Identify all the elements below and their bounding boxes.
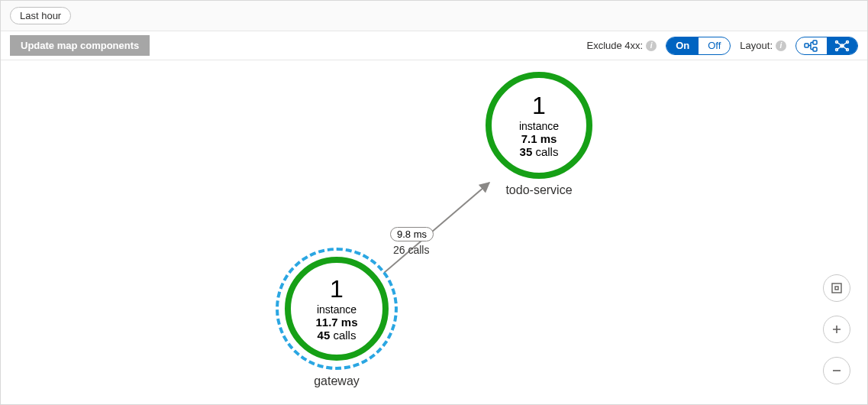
layout-toggle[interactable] — [795, 37, 858, 55]
zoom-in-button[interactable] — [823, 316, 850, 343]
node-gateway[interactable]: 1 instance 11.7 ms 45 calls gateway — [272, 248, 402, 388]
node-calls-num: 35 — [520, 145, 533, 158]
edge-arrow — [1, 60, 868, 405]
svg-rect-10 — [835, 287, 838, 290]
svg-rect-1 — [813, 40, 817, 44]
exclude-4xx-label: Exclude 4xx: i — [586, 40, 657, 51]
svg-rect-0 — [805, 44, 808, 47]
node-calls: 35 calls — [520, 145, 559, 158]
svg-rect-2 — [813, 47, 817, 51]
node-latency: 11.7 ms — [315, 316, 357, 329]
node-calls-word: calls — [333, 329, 356, 342]
node-instance-word: instance — [317, 303, 357, 316]
update-map-components-label: Update map components — [21, 40, 139, 51]
plus-icon — [831, 323, 843, 335]
layout-hierarchical-button[interactable] — [796, 37, 827, 54]
exclude-on-label: On — [676, 40, 689, 51]
fit-to-screen-icon — [831, 282, 843, 294]
node-latency: 7.1 ms — [521, 132, 557, 145]
node-calls: 45 calls — [318, 329, 357, 342]
layout-text: Layout: — [740, 40, 773, 51]
exclude-4xx-text: Exclude 4xx: — [586, 40, 643, 51]
time-range-bar: Last hour — [1, 1, 867, 31]
exclude-off-label: Off — [708, 40, 721, 51]
node-todo-service[interactable]: 1 instance 7.1 ms 35 calls todo-service — [474, 72, 604, 197]
node-instance-word: instance — [519, 120, 559, 132]
node-instance-count: 1 — [330, 275, 344, 303]
map-toolbar: Update map components Exclude 4xx: i On … — [1, 31, 867, 60]
hierarchical-layout-icon — [804, 40, 819, 52]
time-range-label: Last hour — [20, 10, 61, 21]
info-icon[interactable]: i — [776, 40, 786, 51]
node-calls-word: calls — [535, 145, 558, 158]
layout-label: Layout: i — [740, 40, 786, 51]
minus-icon — [831, 364, 843, 377]
zoom-controls — [823, 274, 850, 384]
exclude-4xx-off[interactable]: Off — [699, 37, 730, 54]
exclude-4xx-on[interactable]: On — [666, 37, 699, 54]
time-range-picker[interactable]: Last hour — [10, 7, 71, 24]
application-map-canvas[interactable]: 9.8 ms 26 calls 1 instance 7.1 ms 35 cal… — [1, 60, 867, 404]
svg-rect-9 — [832, 284, 841, 293]
force-layout-icon — [834, 40, 850, 52]
update-map-components-button[interactable]: Update map components — [10, 35, 150, 56]
node-instance-count: 1 — [532, 92, 546, 120]
layout-force-button[interactable] — [827, 37, 857, 54]
node-name-label: gateway — [272, 374, 402, 388]
node-name-label: todo-service — [474, 183, 604, 197]
edge-latency-badge[interactable]: 9.8 ms — [390, 227, 434, 241]
node-calls-num: 45 — [318, 329, 331, 342]
fit-to-screen-button[interactable] — [823, 274, 850, 302]
info-icon[interactable]: i — [646, 40, 657, 51]
zoom-out-button[interactable] — [823, 357, 850, 384]
edge-latency-value: 9.8 ms — [397, 228, 427, 240]
exclude-4xx-toggle[interactable]: On Off — [666, 37, 731, 55]
